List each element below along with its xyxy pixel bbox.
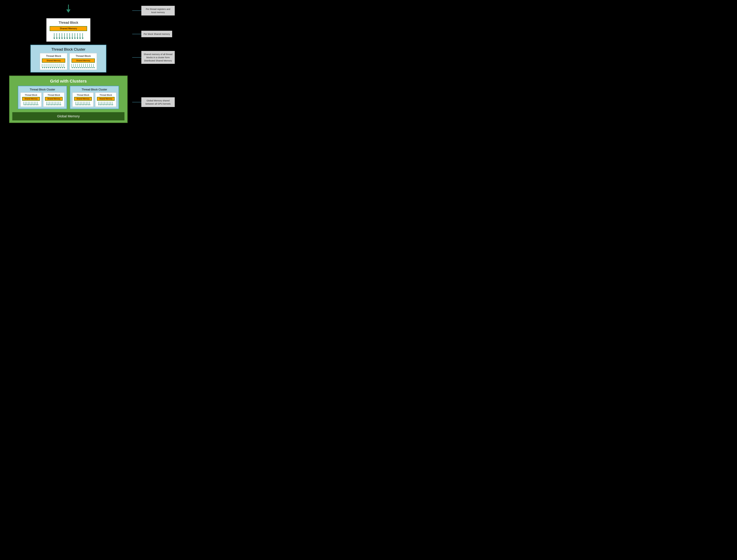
grid-cluster2-blocks: Thread Block Shared Memory xyxy=(72,92,116,107)
label-distributed: Shared memory of all thread blocks in a … xyxy=(141,51,175,64)
gc2b2t3 xyxy=(101,102,103,105)
gc1b2t7 xyxy=(55,102,57,105)
t4b xyxy=(78,64,79,68)
gc2b1t9 xyxy=(88,102,89,105)
grid-cluster1-blocks: Thread Block Shared Memory xyxy=(20,92,64,107)
t1 xyxy=(42,64,43,68)
grid-title: Grid with Clusters xyxy=(50,79,87,84)
gc1b1t3 xyxy=(27,102,28,105)
grid-cluster-1: Thread Block Cluster Thread Block Shared… xyxy=(18,86,67,109)
cluster-block1-shared: Shared Memory xyxy=(42,59,65,63)
connector-per-block xyxy=(132,34,141,34)
gc2b1t7 xyxy=(85,102,86,105)
t1b xyxy=(72,64,73,68)
labels-column: Per thread registers and local memory Pe… xyxy=(131,2,184,124)
gc1b1t10 xyxy=(37,102,38,105)
grid-cluster1-title: Thread Block Cluster xyxy=(30,88,55,91)
t12 xyxy=(64,64,65,68)
grid-c2-b2-shared: Shared Memory xyxy=(97,97,115,101)
cluster-block2-shared: Shared Memory xyxy=(72,59,95,63)
gc2b1t5 xyxy=(82,102,83,105)
label-global: Global Memory shared between all GPU ker… xyxy=(141,97,175,107)
label-per-thread: Per thread registers and local memory xyxy=(141,6,175,16)
grid-box: Grid with Clusters Thread Block Cluster … xyxy=(9,76,128,123)
label-per-thread-wrapper: Per thread registers and local memory xyxy=(132,6,183,16)
gc1b1t4 xyxy=(28,102,29,105)
t3 xyxy=(46,64,47,68)
gc2b1t10 xyxy=(89,102,90,105)
t2 xyxy=(44,64,45,68)
thread-arrow-10 xyxy=(77,33,78,39)
grid-c2-b2: Thread Block Shared Memory xyxy=(95,92,116,107)
label-per-block: Per block Shared memory xyxy=(141,31,172,37)
connector-global xyxy=(132,102,141,102)
gc1b2t10 xyxy=(60,102,61,105)
t4 xyxy=(48,64,49,68)
gc1b2t9 xyxy=(59,102,60,105)
thread-arrow-12 xyxy=(82,33,84,39)
thread-arrow-8 xyxy=(71,33,73,39)
gc1b2t4 xyxy=(51,102,52,105)
grid-c2-b1: Thread Block Shared Memory xyxy=(72,92,94,107)
gc2b1t3 xyxy=(79,102,80,105)
thread-arrow-2 xyxy=(56,33,58,39)
thread-arrow-11 xyxy=(79,33,81,39)
gc2b2t6 xyxy=(106,102,107,105)
grid-c2-b2-title: Thread Block xyxy=(100,94,112,96)
gc2b2t8 xyxy=(109,102,110,105)
thread-arrow-7 xyxy=(69,33,71,39)
gc2b2t1 xyxy=(98,102,100,105)
gc2b2t7 xyxy=(107,102,109,105)
cluster-blocks-row: Thread Block Shared Memory xyxy=(40,53,97,70)
t11 xyxy=(62,64,63,68)
thread-arrow-1 xyxy=(53,33,55,39)
grid-clusters-row: Thread Block Cluster Thread Block Shared… xyxy=(18,86,119,109)
gc1b1t8 xyxy=(34,102,35,105)
t9b xyxy=(87,64,89,68)
gc2b1t1 xyxy=(76,102,77,105)
t5 xyxy=(50,64,51,68)
gc2b2t4 xyxy=(103,102,104,105)
gc2b1t2 xyxy=(77,102,78,105)
grid-cluster-2: Thread Block Cluster Thread Block Shared… xyxy=(70,86,119,109)
grid-cluster2-title: Thread Block Cluster xyxy=(82,88,107,91)
thread-arrow-6 xyxy=(66,33,68,39)
t3b xyxy=(76,64,77,68)
grid-c1-b1-shared: Shared Memory xyxy=(22,97,40,101)
t10 xyxy=(60,64,61,68)
thread-arrow-3 xyxy=(59,33,60,39)
global-memory-bar: Global Memory xyxy=(12,112,125,120)
t11b xyxy=(91,64,93,68)
gc2b2t10 xyxy=(112,102,113,105)
grid-c1-b1: Thread Block Shared Memory xyxy=(20,92,42,107)
grid-c1-b2-title: Thread Block xyxy=(48,94,60,96)
thread-arrow-9 xyxy=(74,33,76,39)
per-thread-section xyxy=(9,5,128,15)
gc1b2t1 xyxy=(46,102,48,105)
grid-c2-b2-threads xyxy=(98,102,113,105)
t2b xyxy=(74,64,75,68)
t5b xyxy=(80,64,81,68)
shared-memory-bar-single: Shared Memory xyxy=(50,26,87,31)
grid-c2-b1-title: Thread Block xyxy=(77,94,89,96)
gc2b1t6 xyxy=(83,102,84,105)
label-distributed-wrapper: Shared memory of all thread blocks in a … xyxy=(132,51,183,64)
cluster-block-2: Thread Block Shared Memory xyxy=(69,53,97,70)
t12b xyxy=(93,64,95,68)
thread-arrow-4 xyxy=(61,33,63,39)
gc2b1t8 xyxy=(86,102,87,105)
label-global-wrapper: Global Memory shared between all GPU ker… xyxy=(132,97,183,107)
grid-c1-b2-shared: Shared Memory xyxy=(45,97,63,101)
t8 xyxy=(56,64,57,68)
t6b xyxy=(81,64,83,68)
t8b xyxy=(85,64,87,68)
gc1b1t9 xyxy=(36,102,37,105)
gc1b2t8 xyxy=(57,102,58,105)
diagram-column: Thread Block Shared Memory xyxy=(0,2,131,124)
grid-c1-b2-threads xyxy=(46,102,61,105)
gc1b2t5 xyxy=(52,102,54,105)
grid-c1-b1-title: Thread Block xyxy=(25,94,37,96)
gc1b2t6 xyxy=(54,102,55,105)
t7b xyxy=(83,64,85,68)
gc2b1t4 xyxy=(80,102,81,105)
